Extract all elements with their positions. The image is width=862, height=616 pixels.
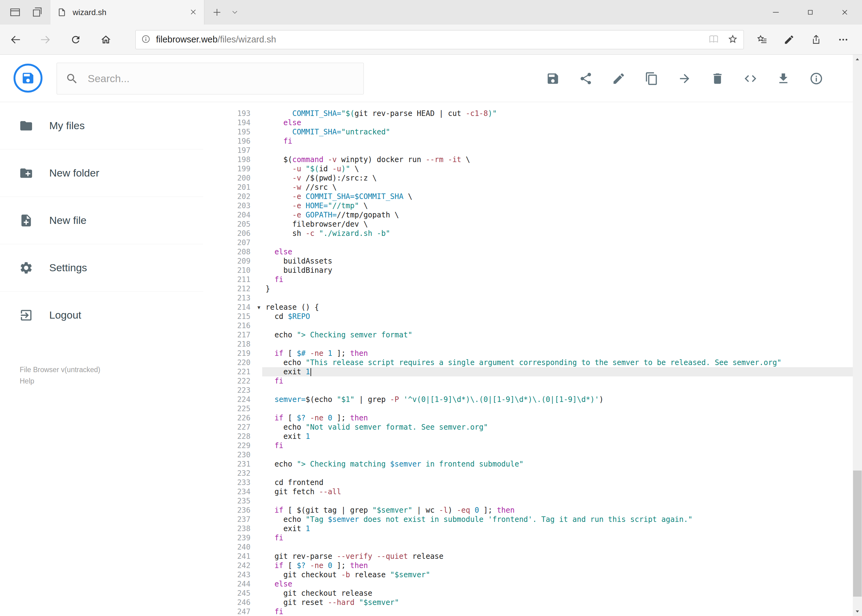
code-line[interactable]: 208 else — [203, 247, 853, 256]
edit-button[interactable] — [612, 72, 626, 85]
code-line[interactable]: 243 git checkout -b release "$semver" — [203, 570, 853, 580]
code-line[interactable]: 247 fi — [203, 607, 853, 616]
code-line[interactable]: 205 filebrowser/dev \ — [203, 220, 853, 229]
more-options-button[interactable] — [833, 28, 853, 51]
code-line[interactable]: 211 fi — [203, 275, 853, 284]
code-line[interactable]: 229 fi — [203, 441, 853, 450]
hub-favorites-button[interactable] — [752, 28, 772, 51]
copy-button[interactable] — [645, 72, 659, 85]
code-line[interactable]: 232 — [203, 469, 853, 478]
scroll-up-button[interactable] — [853, 55, 862, 64]
code-line[interactable]: 237 echo "Tag $semver does not exist in … — [203, 515, 853, 524]
code-line[interactable]: 239 fi — [203, 533, 853, 542]
code-line[interactable]: 219 if [ $# -ne 1 ]; then — [203, 349, 853, 358]
sidebar-item-logout[interactable]: Logout — [0, 292, 203, 339]
code-line[interactable]: 246 git reset --hard "$semver" — [203, 598, 853, 607]
code-line[interactable]: 222 fi — [203, 376, 853, 386]
forward-button[interactable] — [35, 28, 57, 51]
code-line[interactable]: 230 — [203, 450, 853, 459]
tabs-set-aside-list-button[interactable] — [9, 6, 21, 18]
sidebar-item-new-file[interactable]: New file — [0, 197, 203, 244]
code-line[interactable]: 215 cd $REPO — [203, 312, 853, 321]
code-line[interactable]: 221 exit 1 — [203, 367, 853, 376]
code-line[interactable]: 200 -v /$(pwd):/src:z \ — [203, 173, 853, 183]
code-line[interactable]: 199 -u "$(id -u)" \ — [203, 164, 853, 173]
tab-wizard-sh[interactable]: wizard.sh — [50, 0, 204, 25]
code-line[interactable]: 234 git fetch --all — [203, 487, 853, 497]
code-line[interactable]: 206 sh -c "./wizard.sh -b" — [203, 229, 853, 238]
code-line[interactable]: 227 echo "Not valid semver format. See s… — [203, 423, 853, 432]
code-line[interactable]: 218 — [203, 339, 853, 349]
code-line[interactable]: 228 exit 1 — [203, 432, 853, 441]
code-line[interactable]: 216 — [203, 321, 853, 330]
add-favorite-button[interactable] — [728, 34, 738, 45]
code-line[interactable]: 240 — [203, 542, 853, 552]
code-line[interactable]: 224 semver=$(echo "$1" | grep -P '^v(0|[… — [203, 395, 853, 404]
maximize-button[interactable] — [793, 0, 827, 25]
close-window-button[interactable] — [827, 0, 862, 25]
code-line[interactable]: 196 fi — [203, 137, 853, 146]
sidebar-item-new-folder[interactable]: New folder — [0, 149, 203, 197]
code-line[interactable]: 202 -e COMMIT_SHA=$COMMIT_SHA \ — [203, 192, 853, 201]
code-line[interactable]: 203 -e HOME="//tmp" \ — [203, 201, 853, 211]
code-line[interactable]: 235 — [203, 497, 853, 506]
code-line[interactable]: 207 — [203, 238, 853, 247]
fold-toggle-icon[interactable]: ▾ — [257, 303, 260, 312]
code-line[interactable]: 195 COMMIT_SHA="untracked" — [203, 127, 853, 137]
scroll-down-button[interactable] — [853, 607, 862, 616]
code-line[interactable]: 194 else — [203, 118, 853, 127]
sidebar-item-settings[interactable]: Settings — [0, 244, 203, 292]
save-button[interactable] — [546, 72, 560, 85]
code-line[interactable]: 225 — [203, 404, 853, 413]
code-line[interactable]: 198 $(command -v winpty) docker run --rm… — [203, 155, 853, 164]
new-tab-button[interactable] — [212, 0, 222, 25]
tab-preview-toggle-button[interactable] — [231, 0, 239, 25]
tab-close-button[interactable] — [189, 8, 197, 17]
refresh-button[interactable] — [65, 28, 87, 51]
web-note-button[interactable] — [779, 28, 799, 51]
code-line[interactable]: 242 if [ $? -ne 0 ]; then — [203, 561, 853, 570]
code-line[interactable]: 197 — [203, 146, 853, 155]
code-editor[interactable]: 193 COMMIT_SHA="$(git rev-parse HEAD | c… — [203, 102, 853, 616]
help-link[interactable]: Help — [20, 376, 100, 387]
code-line[interactable]: 223 — [203, 386, 853, 395]
sidebar-item-my-files[interactable]: My files — [0, 102, 203, 149]
scrollbar[interactable] — [853, 55, 862, 616]
code-line[interactable]: 210 buildBinary — [203, 266, 853, 275]
share-page-button[interactable] — [806, 28, 826, 51]
address-bar[interactable]: filebrowser.web/files/wizard.sh — [136, 30, 744, 49]
scrollbar-thumb[interactable] — [853, 470, 862, 597]
code-line[interactable]: 201 -w //src \ — [203, 183, 853, 192]
code-line[interactable]: 214▾release () { — [203, 303, 853, 312]
code-line[interactable]: 220 echo "This release script requires a… — [203, 358, 853, 367]
code-line[interactable]: 212} — [203, 284, 853, 293]
home-button[interactable] — [95, 28, 117, 51]
code-line[interactable]: 204 -e GOPATH=//tmp/gopath \ — [203, 211, 853, 220]
code-line[interactable]: 209 buildAssets — [203, 256, 853, 266]
code-button[interactable] — [744, 72, 757, 85]
code-line[interactable]: 241 git rev-parse --verify --quiet relea… — [203, 552, 853, 561]
back-button[interactable] — [4, 28, 27, 51]
code-line[interactable]: 193 COMMIT_SHA="$(git rev-parse HEAD | c… — [203, 109, 853, 118]
code-line[interactable]: 213 — [203, 293, 853, 303]
code-line[interactable]: 233 cd frontend — [203, 478, 853, 487]
reading-view-button[interactable] — [708, 34, 719, 45]
code-line[interactable]: 226 if [ $? -ne 0 ]; then — [203, 413, 853, 423]
code-line[interactable]: 236 if [ $(git tag | grep "$semver" | wc… — [203, 506, 853, 515]
code-line[interactable]: 244 else — [203, 580, 853, 589]
code-line[interactable]: 245 git checkout release — [203, 589, 853, 598]
search-box[interactable] — [57, 63, 364, 94]
code-line[interactable]: 231 echo "> Checking matching $semver in… — [203, 459, 853, 469]
minimize-button[interactable] — [759, 0, 793, 25]
app-logo[interactable] — [14, 64, 43, 93]
code-line[interactable]: 238 exit 1 — [203, 524, 853, 533]
site-info-button[interactable] — [141, 35, 150, 45]
share-button[interactable] — [579, 72, 593, 85]
search-input[interactable] — [87, 72, 355, 85]
download-button[interactable] — [777, 72, 790, 85]
delete-button[interactable] — [711, 72, 725, 85]
file-info-button[interactable] — [809, 72, 823, 85]
code-line[interactable]: 217 echo "> Checking semver format" — [203, 330, 853, 339]
set-tabs-aside-button[interactable] — [32, 6, 43, 18]
move-button[interactable] — [678, 72, 692, 85]
